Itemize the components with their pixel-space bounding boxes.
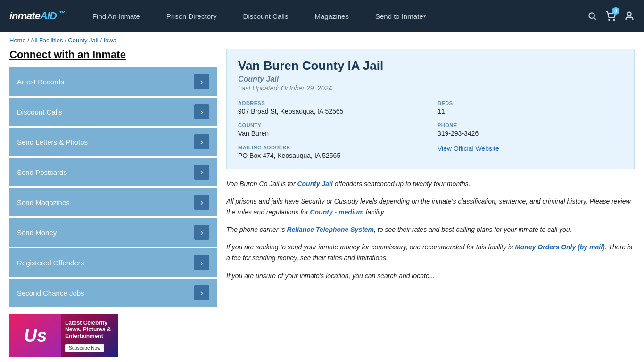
breadcrumb: Home / All Facilities / County Jail / Io… — [0, 32, 644, 49]
beds-label: BEDS — [438, 100, 623, 106]
description-para4: If you are seeking to send your inmate m… — [226, 242, 635, 263]
description-area: Van Buren Co Jail is for County Jail off… — [226, 179, 635, 281]
facility-type: County Jail — [238, 75, 623, 83]
description-para3: The phone carrier is Reliance Telephone … — [226, 224, 635, 235]
phone-label: PHONE — [438, 123, 623, 128]
svg-point-3 — [613, 19, 614, 20]
search-icon[interactable] — [587, 11, 597, 21]
sidebar-arrow-second-chance-jobs: › — [194, 285, 209, 300]
mailing-block: MAILING ADDRESS PO Box 474, Keosauqua, I… — [238, 145, 423, 159]
sidebar-item-send-money[interactable]: Send Money › — [9, 218, 217, 247]
county-jail-link1[interactable]: County Jail — [297, 180, 332, 188]
nav-discount-calls[interactable]: Discount Calls — [230, 0, 302, 32]
nav-send-to-inmate[interactable]: Send to Inmate — [362, 0, 439, 32]
county-value: Van Buren — [238, 130, 423, 137]
address-label: ADDRESS — [238, 100, 423, 106]
money-orders-link[interactable]: Money Orders Only (by mail) — [515, 243, 605, 251]
ad-text: Latest Celebrity News, Pictures & Entert… — [61, 316, 118, 356]
mailing-value: PO Box 474, Keosauqua, IA 52565 — [238, 152, 423, 159]
phone-block: PHONE 319-293-3426 — [438, 123, 623, 137]
county-block: COUNTY Van Buren — [238, 123, 423, 137]
sidebar-item-arrest-records[interactable]: Arrest Records › — [9, 67, 217, 96]
cart-icon[interactable]: 0 — [605, 11, 616, 21]
county-label: COUNTY — [238, 123, 423, 128]
nav-find-inmate[interactable]: Find An Inmate — [79, 0, 153, 32]
header-icons: 0 — [587, 11, 635, 21]
view-website-link[interactable]: View Official Website — [438, 145, 499, 152]
facility-details: ADDRESS 907 Broad St, Keosauqua, IA 5256… — [238, 100, 623, 159]
beds-block: BEDS 11 — [438, 100, 623, 115]
facility-updated: Last Updated: October 29, 2024 — [238, 84, 623, 92]
phone-carrier-link[interactable]: Reliance Telephone System — [287, 226, 374, 233]
sidebar-item-second-chance-jobs[interactable]: Second Chance Jobs › — [9, 279, 217, 307]
sidebar-title: Connect with an Inmate — [9, 49, 217, 61]
logo-text: inmateAID ™ — [9, 9, 65, 22]
nav-prison-directory[interactable]: Prison Directory — [153, 0, 230, 32]
sidebar-arrow-send-letters: › — [194, 134, 209, 149]
facility-card: Van Buren County IA Jail County Jail Las… — [226, 49, 635, 169]
sidebar-arrow-arrest-records: › — [194, 74, 209, 89]
mailing-label: MAILING ADDRESS — [238, 145, 423, 150]
user-icon[interactable] — [624, 11, 635, 21]
sidebar-arrow-send-magazines: › — [194, 195, 209, 210]
ad-image: Us — [9, 314, 61, 357]
address-value: 907 Broad St, Keosauqua, IA 52565 — [238, 107, 423, 115]
breadcrumb-all-facilities[interactable]: All Facilities — [31, 37, 63, 44]
svg-line-1 — [594, 18, 596, 20]
description-para5: If you are unsure of your inmate's locat… — [226, 271, 635, 281]
nav-magazines[interactable]: Magazines — [301, 0, 362, 32]
beds-value: 11 — [438, 107, 623, 115]
sidebar-item-send-magazines[interactable]: Send Magazines › — [9, 188, 217, 216]
ad-inner: Us Latest Celebrity News, Pictures & Ent… — [9, 314, 118, 357]
website-block: View Official Website — [438, 145, 623, 159]
sidebar-item-registered-offenders[interactable]: Registered Offenders › — [9, 248, 217, 277]
description-para2: All prisons and jails have Security or C… — [226, 196, 635, 218]
breadcrumb-home[interactable]: Home — [9, 37, 26, 44]
sidebar-item-send-postcards[interactable]: Send Postcards › — [9, 158, 217, 186]
sidebar-arrow-send-money: › — [194, 225, 209, 240]
logo[interactable]: inmateAID ™ — [9, 9, 65, 22]
phone-value: 319-293-3426 — [438, 130, 623, 137]
sidebar-item-send-letters[interactable]: Send Letters & Photos › — [9, 128, 217, 156]
content-area: Van Buren County IA Jail County Jail Las… — [226, 49, 635, 357]
sidebar-menu: Arrest Records › Discount Calls › Send L… — [9, 67, 217, 307]
cart-badge: 0 — [612, 7, 619, 15]
sidebar-arrow-registered-offenders: › — [194, 255, 209, 270]
breadcrumb-county-jail[interactable]: County Jail — [68, 37, 98, 44]
description-para1: Van Buren Co Jail is for County Jail off… — [226, 179, 635, 189]
breadcrumb-iowa[interactable]: Iowa — [103, 37, 116, 44]
main-layout: Connect with an Inmate Arrest Records › … — [0, 49, 644, 362]
facility-name: Van Buren County IA Jail — [238, 58, 623, 73]
sidebar-arrow-discount-calls: › — [194, 104, 209, 119]
sidebar-item-discount-calls[interactable]: Discount Calls › — [9, 98, 217, 126]
ad-banner[interactable]: Us Latest Celebrity News, Pictures & Ent… — [9, 314, 118, 357]
svg-point-0 — [589, 13, 594, 18]
svg-point-2 — [609, 19, 610, 20]
sidebar: Connect with an Inmate Arrest Records › … — [9, 49, 217, 357]
sidebar-arrow-send-postcards: › — [194, 165, 209, 180]
main-nav: Find An Inmate Prison Directory Discount… — [79, 0, 587, 32]
main-header: inmateAID ™ Find An Inmate Prison Direct… — [0, 0, 644, 32]
ad-subscribe-button[interactable]: Subscribe Now — [65, 344, 104, 352]
county-medium-link[interactable]: County - medium — [310, 208, 363, 216]
address-block: ADDRESS 907 Broad St, Keosauqua, IA 5256… — [238, 100, 423, 115]
svg-point-4 — [627, 12, 631, 16]
